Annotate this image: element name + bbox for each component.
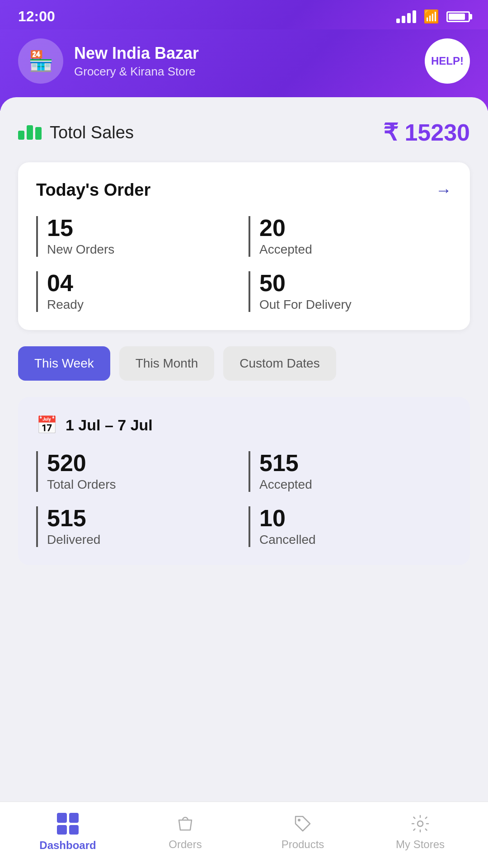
stat-delivered: 515 Delivered: [36, 506, 239, 547]
status-icons: 📶: [396, 9, 470, 24]
store-info: New India Bazar Grocery & Kirana Store: [74, 44, 199, 79]
wifi-icon: 📶: [423, 9, 439, 24]
status-bar: 12:00 📶: [0, 0, 488, 29]
help-button[interactable]: HELP!: [425, 38, 470, 84]
nav-my-stores[interactable]: My Stores: [361, 814, 479, 851]
nav-dashboard-label: Dashboard: [39, 839, 96, 852]
battery-icon: [446, 11, 470, 22]
stat-new-orders-label: New Orders: [47, 242, 239, 257]
date-range-text: 1 Jul – 7 Jul: [66, 416, 153, 434]
stat-cancelled-label: Cancelled: [259, 533, 452, 547]
stat-out-delivery-label: Out For Delivery: [259, 297, 452, 312]
total-sales-text: Totol Sales: [50, 123, 134, 142]
svg-point-1: [418, 821, 423, 826]
tag-icon: [293, 814, 313, 834]
filter-tabs: This Week This Month Custom Dates: [18, 346, 470, 381]
stat-ready-label: Ready: [47, 297, 239, 312]
stat-cancelled: 10 Cancelled: [249, 506, 452, 547]
store-name: New India Bazar: [74, 44, 199, 63]
store-type: Grocery & Kirana Store: [74, 65, 199, 79]
stat-delivered-number: 515: [47, 506, 239, 530]
stat-total-orders-label: Total Orders: [47, 477, 239, 492]
stat-accepted-number: 20: [259, 216, 452, 240]
todays-order-card: Today's Order → 15 New Orders 20 Accepte…: [18, 162, 470, 330]
stat-weekly-accepted-label: Accepted: [259, 477, 452, 492]
bottom-nav: Dashboard Orders Products My Stores: [0, 802, 488, 868]
stat-accepted-label: Accepted: [259, 242, 452, 257]
svg-point-0: [298, 819, 300, 821]
nav-dashboard[interactable]: Dashboard: [9, 813, 127, 852]
stat-accepted: 20 Accepted: [249, 216, 452, 257]
nav-products-label: Products: [282, 838, 324, 851]
calendar-icon: 📅: [36, 415, 57, 435]
status-time: 12:00: [18, 8, 55, 25]
nav-orders[interactable]: Orders: [127, 814, 244, 851]
stat-out-for-delivery: 50 Out For Delivery: [249, 271, 452, 312]
stat-new-orders: 15 New Orders: [36, 216, 239, 257]
dashboard-icon: [57, 813, 79, 835]
total-sales-value: ₹ 15230: [383, 119, 470, 146]
card-header: Today's Order →: [36, 180, 452, 200]
todays-order-stats: 15 New Orders 20 Accepted 04 Ready 50 Ou…: [36, 216, 452, 312]
store-avatar: 🏪: [18, 38, 63, 84]
bag-icon: [175, 814, 195, 834]
stat-cancelled-number: 10: [259, 506, 452, 530]
stat-total-orders: 520 Total Orders: [36, 451, 239, 492]
nav-products[interactable]: Products: [244, 814, 361, 851]
gear-icon: [410, 814, 430, 834]
date-range: 📅 1 Jul – 7 Jul: [36, 415, 452, 435]
stat-ready-number: 04: [47, 271, 239, 295]
stat-weekly-accepted: 515 Accepted: [249, 451, 452, 492]
tab-custom-dates[interactable]: Custom Dates: [223, 346, 336, 381]
weekly-stats-grid: 520 Total Orders 515 Accepted 515 Delive…: [36, 451, 452, 547]
stat-total-orders-number: 520: [47, 451, 239, 475]
stat-delivered-label: Delivered: [47, 533, 239, 547]
tab-this-month[interactable]: This Month: [119, 346, 215, 381]
nav-my-stores-label: My Stores: [396, 838, 445, 851]
total-sales-label: Totol Sales: [18, 123, 134, 142]
stat-weekly-accepted-number: 515: [259, 451, 452, 475]
todays-order-title: Today's Order: [36, 180, 150, 200]
stat-out-delivery-number: 50: [259, 271, 452, 295]
tab-this-week[interactable]: This Week: [18, 346, 110, 381]
total-sales-section: Totol Sales ₹ 15230: [18, 119, 470, 146]
store-icon: 🏪: [28, 49, 53, 73]
signal-icon: [396, 10, 416, 23]
todays-order-arrow[interactable]: →: [436, 181, 452, 200]
nav-orders-label: Orders: [169, 838, 202, 851]
weekly-stats-card: 📅 1 Jul – 7 Jul 520 Total Orders 515 Acc…: [18, 397, 470, 565]
stat-new-orders-number: 15: [47, 216, 239, 240]
bar-chart-icon: [18, 125, 42, 140]
header-left: 🏪 New India Bazar Grocery & Kirana Store: [18, 38, 199, 84]
stat-ready: 04 Ready: [36, 271, 239, 312]
main-content: Totol Sales ₹ 15230 Today's Order → 15 N…: [0, 97, 488, 839]
